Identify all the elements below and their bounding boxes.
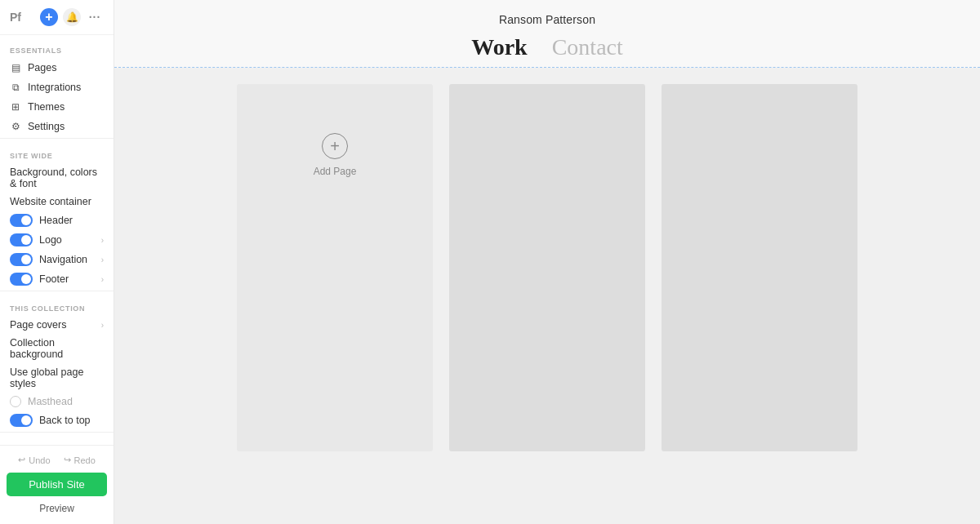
navigation-chevron-icon: ›	[101, 255, 104, 264]
all-collections-section-label: ALL COLLECTIONS	[0, 434, 114, 445]
this-page-covers-chevron-icon: ›	[101, 321, 104, 330]
this-back-to-top-row: Back to top	[0, 411, 114, 430]
essentials-section-label: ESSENTIALS	[0, 35, 114, 58]
sidebar-item-settings[interactable]: ⚙ Settings	[0, 117, 114, 136]
masthead-label: Masthead	[28, 396, 73, 407]
logo-chevron-icon: ›	[101, 236, 104, 245]
footer-chevron-icon: ›	[101, 275, 104, 284]
navigation-toggle-row: Navigation ›	[0, 250, 114, 269]
nav-item-contact[interactable]: Contact	[552, 34, 623, 60]
this-page-covers-row: Page covers ›	[0, 316, 114, 334]
site-header-preview: Ransom Patterson Work Contact	[114, 0, 980, 68]
publish-site-button[interactable]: Publish Site	[7, 473, 107, 496]
themes-icon: ⊞	[10, 101, 21, 113]
undo-button[interactable]: ↩ Undo	[13, 452, 55, 468]
integrations-icon: ⧉	[10, 82, 21, 93]
undo-label: Undo	[29, 455, 50, 465]
sidebar-item-themes[interactable]: ⊞ Themes	[0, 97, 114, 117]
navigation-toggle[interactable]	[10, 253, 33, 266]
sidebar-item-website-container[interactable]: Website container	[0, 193, 114, 211]
preview-button[interactable]: Preview	[7, 500, 107, 517]
site-title: Ransom Patterson	[131, 13, 964, 26]
sidebar-item-global-styles[interactable]: Use global page styles	[0, 363, 114, 393]
header-toggle[interactable]	[10, 214, 33, 227]
sidebar-action-buttons: + 🔔 ···	[40, 8, 104, 26]
logo-toggle-label: Logo	[39, 234, 95, 246]
sidebar-scroll-area: ESSENTIALS ▤ Pages ⧉ Integrations ⊞ Them…	[0, 35, 114, 445]
pages-icon: ▤	[10, 62, 21, 73]
header-toggle-row: Header	[0, 211, 114, 230]
undo-icon: ↩	[18, 455, 25, 465]
undo-redo-row: ↩ Undo ↪ Redo	[7, 452, 107, 468]
sidebar-item-collection-bg[interactable]: Collection background	[0, 334, 114, 363]
settings-icon: ⚙	[10, 121, 21, 132]
content-area: + Add Page	[114, 68, 980, 524]
notification-button[interactable]: 🔔	[63, 8, 81, 26]
main-content: Header Ransom Patterson Work Contact + A…	[114, 0, 980, 524]
pages-label: Pages	[28, 62, 104, 73]
masthead-radio[interactable]	[10, 396, 21, 407]
footer-toggle-row: Footer ›	[0, 269, 114, 289]
sidebar-item-integrations[interactable]: ⧉ Integrations	[0, 78, 114, 97]
masthead-radio-row: Masthead	[0, 393, 114, 411]
site-navigation: Work Contact	[131, 34, 964, 60]
page-card-3	[662, 84, 858, 451]
site-wide-section-label: SITE WIDE	[0, 140, 114, 163]
footer-toggle-label: Footer	[39, 273, 95, 285]
add-page-circle-icon: +	[322, 133, 348, 159]
sidebar-header: Pf + 🔔 ···	[0, 0, 114, 35]
page-card-2	[449, 84, 645, 451]
settings-label: Settings	[28, 121, 104, 132]
page-cards-container: + Add Page	[147, 84, 947, 451]
sidebar-bottom: ↩ Undo ↪ Redo Publish Site Preview	[0, 445, 114, 524]
integrations-label: Integrations	[28, 82, 104, 93]
logo-toggle[interactable]	[10, 233, 33, 246]
navigation-toggle-label: Navigation	[39, 254, 95, 265]
this-back-to-top-label: Back to top	[39, 415, 104, 426]
sidebar: Pf + 🔔 ··· ESSENTIALS ▤ Pages ⧉ Integrat…	[0, 0, 114, 524]
themes-label: Themes	[28, 101, 104, 113]
this-back-to-top-toggle[interactable]	[10, 414, 33, 427]
footer-toggle[interactable]	[10, 273, 33, 286]
this-collection-section-label: THIS COLLECTION	[0, 293, 114, 316]
nav-item-work[interactable]: Work	[471, 34, 527, 60]
add-button[interactable]: +	[40, 8, 58, 26]
redo-button[interactable]: ↪ Redo	[59, 452, 100, 468]
sidebar-item-bg-colors[interactable]: Background, colors & font	[0, 163, 114, 193]
logo: Pf	[10, 11, 21, 24]
logo-toggle-row: Logo ›	[0, 230, 114, 250]
add-page-card[interactable]: + Add Page	[237, 84, 433, 451]
redo-icon: ↪	[64, 455, 71, 465]
more-options-button[interactable]: ···	[86, 8, 104, 26]
header-toggle-label: Header	[39, 215, 104, 226]
redo-label: Redo	[74, 455, 96, 465]
add-page-label: Add Page	[314, 166, 357, 177]
this-page-covers-label: Page covers	[10, 319, 95, 331]
sidebar-item-pages[interactable]: ▤ Pages	[0, 58, 114, 78]
